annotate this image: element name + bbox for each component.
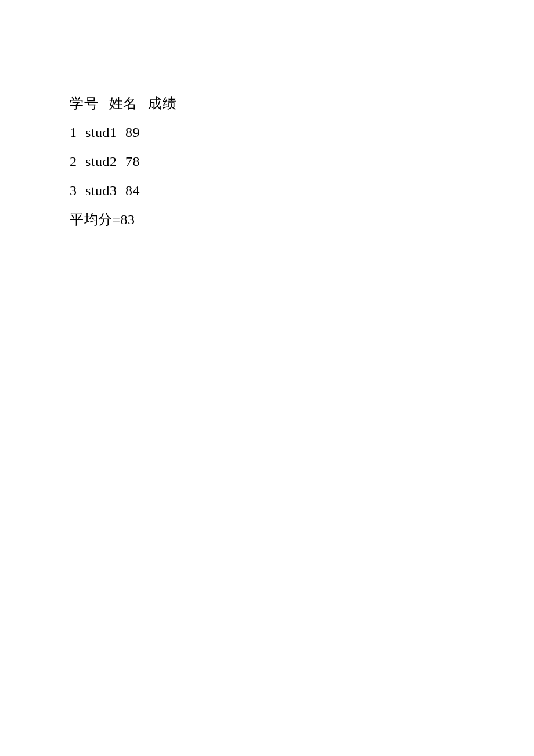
table-row: 1 stud1 89	[70, 125, 534, 139]
cell-name: stud3	[85, 183, 117, 198]
table-header-row: 学号 姓名 成绩	[70, 96, 534, 110]
cell-name: stud1	[85, 125, 117, 140]
cell-score: 84	[125, 183, 140, 198]
header-col-score: 成绩	[148, 96, 176, 111]
cell-id: 3	[70, 183, 77, 198]
cell-id: 1	[70, 125, 77, 140]
table-row: 2 stud2 78	[70, 154, 534, 168]
table-row: 3 stud3 84	[70, 183, 534, 197]
average-label: 平均分=	[70, 212, 121, 227]
average-line: 平均分=83	[70, 213, 534, 226]
header-col-id: 学号	[70, 96, 98, 111]
cell-score: 89	[125, 125, 140, 140]
cell-id: 2	[70, 154, 77, 169]
cell-score: 78	[125, 154, 140, 169]
header-col-name: 姓名	[109, 96, 138, 111]
average-value: 83	[121, 212, 135, 227]
cell-name: stud2	[85, 154, 117, 169]
